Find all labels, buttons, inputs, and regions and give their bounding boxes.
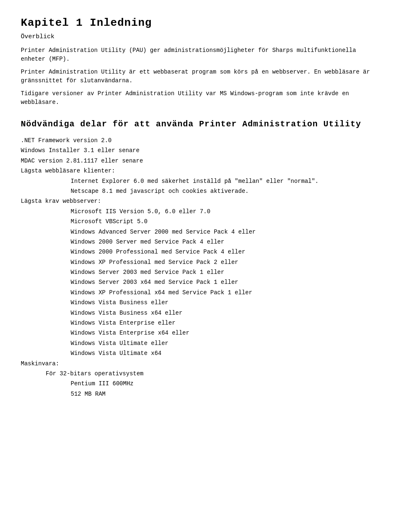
paragraph-3: Tidigare versioner av Printer Administra… — [21, 89, 378, 107]
list-item: Internet Explorer 6.0 med säkerhet instä… — [21, 177, 378, 186]
list-item: Windows Vista Business eller — [21, 298, 378, 307]
list-item: Maskinvara: — [21, 359, 378, 368]
list-item: Lägsta webbläsare klienter: — [21, 166, 378, 175]
list-item: Lägsta krav webbserver: — [21, 197, 378, 206]
list-item: Windows Vista Business x64 eller — [21, 308, 378, 318]
paragraph-2: Printer Administration Utility är ett we… — [21, 68, 378, 85]
paragraph-1: Printer Administration Utility (PAU) ger… — [21, 46, 378, 64]
list-item: Windows Vista Enterprise x64 eller — [21, 328, 378, 337]
list-item: Windows 2000 Server med Service Pack 4 e… — [21, 237, 378, 246]
list-item: Microsoft IIS Version 5.0, 6.0 eller 7.0 — [21, 207, 378, 216]
list-item: Windows XP Professional med Service Pack… — [21, 258, 378, 267]
list-item: Windows Vista Ultimate eller — [21, 339, 378, 348]
list-item: Netscape 8.1 med javascript och cookies … — [21, 187, 378, 196]
section-heading: Nödvändiga delar för att använda Printer… — [21, 118, 378, 130]
list-item: Windows Server 2003 med Service Pack 1 e… — [21, 268, 378, 277]
list-item: Windows 2000 Professional med Service Pa… — [21, 247, 378, 256]
list-item: 512 MB RAM — [21, 389, 378, 399]
list-item: Windows Installer 3.1 eller senare — [21, 146, 378, 155]
list-item: Windows Server 2003 x64 med Service Pack… — [21, 278, 378, 287]
overview-label: Överblick — [21, 33, 378, 40]
list-item: .NET Framework version 2.0 — [21, 136, 378, 145]
page-title: Kapitel 1 Inledning — [21, 17, 378, 29]
requirements-list: .NET Framework version 2.0Windows Instal… — [21, 136, 378, 399]
list-item: Windows XP Professional x64 med Service … — [21, 288, 378, 297]
list-item: Pentium III 600MHz — [21, 379, 378, 388]
list-item: Windows Vista Enterprise eller — [21, 318, 378, 328]
list-item: Windows Advanced Server 2000 med Service… — [21, 227, 378, 236]
list-item: Windows Vista Ultimate x64 — [21, 349, 378, 358]
list-item: Microsoft VBScript 5.0 — [21, 217, 378, 226]
list-item: För 32-bitars operativsystem — [21, 369, 378, 378]
list-item: MDAC version 2.81.1117 eller senare — [21, 156, 378, 165]
